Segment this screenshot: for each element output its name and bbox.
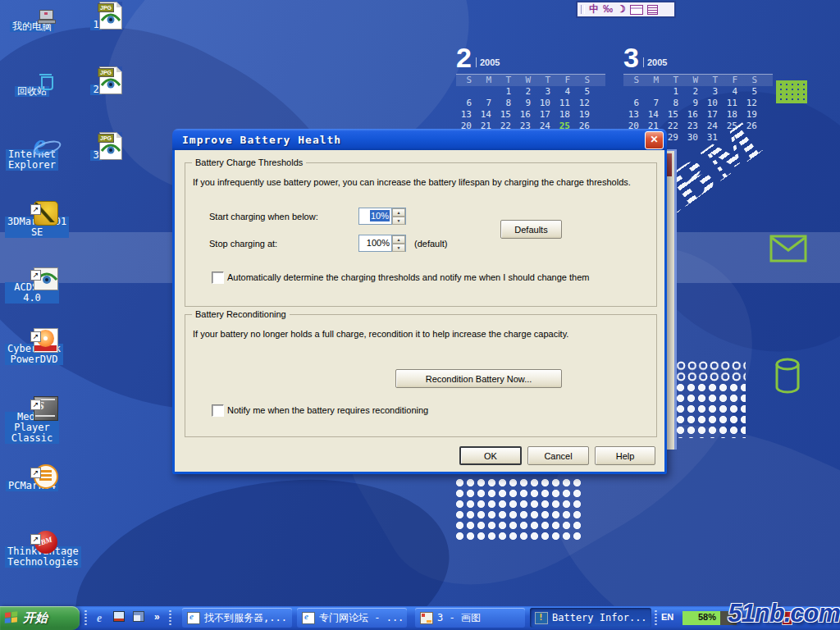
desktop-file-jpg-3[interactable]: JPG 3 <box>75 132 116 162</box>
eye-graphic <box>101 143 121 155</box>
task-button-server-not-found[interactable]: e 找不到服务器,... <box>182 608 292 628</box>
desktop-file-jpg-2[interactable]: JPG 2 <box>75 66 116 96</box>
battery-meter[interactable]: 58% <box>682 611 737 625</box>
dialog-titlebar[interactable]: Improve Battery Health ✕ <box>172 129 667 150</box>
calendar-day: 19 <box>574 109 594 121</box>
notify-reconditioning-checkbox[interactable] <box>212 404 224 417</box>
group1-description: If you infrequently use battery power, y… <box>193 177 652 188</box>
close-button[interactable]: ✕ <box>645 131 664 149</box>
task-label: Battery Infor... <box>552 612 647 623</box>
shortcut-arrow-icon: ↗ <box>30 270 41 281</box>
calendar-week-row: 6789101112 <box>623 98 773 109</box>
calendar-month-number: 2 <box>456 44 472 71</box>
jpg-badge: JPG <box>98 68 114 77</box>
shortcut-arrow-icon: ↗ <box>30 331 41 342</box>
calendar-day: 19 <box>742 109 761 121</box>
calendar-day: 6 <box>623 98 643 109</box>
calendar-day: S <box>574 75 594 86</box>
ime-fullwidth-moon-icon[interactable]: ☽ <box>617 3 626 16</box>
calendar-month-title: 2 2005 <box>456 43 605 71</box>
group2-description: If your battery no longer holds a full c… <box>193 329 652 340</box>
shortcut-arrow-icon: ↗ <box>30 468 41 478</box>
wallpaper-cylinder-icon <box>774 358 801 394</box>
calendar-day: 7 <box>643 98 663 109</box>
desktop-icon-acdsee[interactable]: ↗ ACDSee 4.0 <box>5 265 59 304</box>
calendar-day: 12 <box>742 98 761 109</box>
calendar-year: 2005 <box>476 57 500 67</box>
calendar-day: 10 <box>702 98 722 109</box>
dots-pattern <box>454 477 583 542</box>
ime-drag-handle[interactable] <box>581 5 585 14</box>
calendar-day: S <box>623 75 643 86</box>
quicklaunch-overflow-chevron[interactable]: » <box>154 611 160 623</box>
spinner-down-button[interactable]: ▼ <box>392 217 405 225</box>
calendar-day: 15 <box>663 109 682 121</box>
calendar-day: 14 <box>643 109 663 121</box>
quicklaunch-show-desktop-icon[interactable] <box>131 610 146 625</box>
calendar-day <box>643 86 663 98</box>
group-title: Battery Charge Thresholds <box>192 158 306 168</box>
calendar-day: 2 <box>515 86 535 98</box>
desktop-icon-thinkvantage[interactable]: IBM ↗ ThinkVantage Technologies <box>5 529 59 568</box>
calendar-day: 30 <box>682 132 702 144</box>
desktop-icon-internet-explorer[interactable]: e Internet Explorer <box>5 132 59 171</box>
task-button-battery-information[interactable]: ! Battery Infor... <box>530 608 651 628</box>
calendar-day: T <box>663 75 682 86</box>
start-charging-value: 10% <box>359 208 391 224</box>
ok-button[interactable]: OK <box>459 446 522 465</box>
cancel-button[interactable]: Cancel <box>527 446 589 465</box>
spinner-up-button[interactable]: ▲ <box>392 235 405 244</box>
quicklaunch-internet-explorer-icon[interactable]: e <box>92 610 107 625</box>
calendar-day: 25 <box>722 121 742 132</box>
shortcut-arrow-icon: ↗ <box>30 399 41 410</box>
calendar-week-row: 12345 <box>456 86 605 98</box>
calendar-week-row: 13141516171819 <box>623 109 773 121</box>
group-title: Battery Reconditioning <box>192 309 290 320</box>
desktop-icon-3dmark2001[interactable]: ↗ 3DMark2001 SE <box>5 199 59 239</box>
calendar-day: 6 <box>456 98 476 109</box>
recondition-battery-button[interactable]: Recondition Battery Now... <box>395 369 562 388</box>
spinner-down-button[interactable]: ▼ <box>392 244 405 252</box>
calendar-day: 11 <box>555 98 574 109</box>
calendar-day: 7 <box>476 98 495 109</box>
start-button[interactable]: 开始 <box>0 606 80 630</box>
quicklaunch-browser-icon[interactable] <box>112 610 126 625</box>
shortcut-arrow-icon: ↗ <box>30 204 41 215</box>
stop-charging-spinner[interactable]: 100% ▲ ▼ <box>358 235 406 252</box>
ime-chinese-toggle-icon[interactable]: 中 <box>589 3 599 16</box>
windows-logo-icon <box>5 611 20 625</box>
default-note: (default) <box>414 239 447 249</box>
calendar-header-row: SMTWTFS <box>623 74 773 86</box>
desktop-file-jpg-1[interactable]: JPG 1 <box>75 2 116 31</box>
task-label: 找不到服务器,... <box>204 611 287 625</box>
defaults-button[interactable]: Defaults <box>500 220 562 239</box>
taskbar-separator <box>84 609 87 627</box>
calendar-day: 4 <box>555 86 574 98</box>
task-button-forum[interactable]: e 专门网论坛 - ... <box>297 608 407 628</box>
desktop-icon-media-player-classic[interactable]: s ↗ Media Player Classic <box>5 395 59 445</box>
task-button-paint[interactable]: 3 - 画图 <box>415 608 525 628</box>
tray-icon-red[interactable] <box>782 611 792 625</box>
calendar-day: F <box>555 75 574 86</box>
dialog-title: Improve Battery Health <box>172 134 341 146</box>
auto-determine-checkbox[interactable] <box>212 272 224 284</box>
calendar-day: 10 <box>535 98 555 109</box>
battery-percent: 58% <box>682 612 732 622</box>
ime-keyboard-icon[interactable] <box>630 5 643 15</box>
desktop-icon-powerdvd[interactable]: ↗ CyberLink PowerDVD <box>5 326 59 366</box>
calendar-day: T <box>702 75 722 86</box>
help-button[interactable]: Help <box>595 446 655 465</box>
desktop-icon-pcmark04[interactable]: ↗ PCMark04 <box>5 463 59 492</box>
spinner-up-button[interactable]: ▲ <box>392 208 405 217</box>
ime-language-bar[interactable]: 中 ‰ ☽ <box>576 1 676 18</box>
desktop-icon-recycle-bin[interactable]: 回收站 <box>5 68 59 98</box>
start-charging-spinner[interactable]: 10% ▲ ▼ <box>358 208 406 225</box>
auto-determine-label: Automatically determine the charging thr… <box>227 272 589 283</box>
ime-menu-icon[interactable] <box>647 5 658 15</box>
ime-punctuation-icon[interactable]: ‰ <box>603 3 613 16</box>
calendar-day <box>722 132 742 144</box>
language-indicator[interactable]: EN <box>661 612 673 622</box>
internet-explorer-page-icon: e <box>187 612 200 624</box>
taskbar-separator <box>169 609 171 627</box>
desktop-icon-my-computer[interactable]: 我的电脑 <box>5 3 59 33</box>
